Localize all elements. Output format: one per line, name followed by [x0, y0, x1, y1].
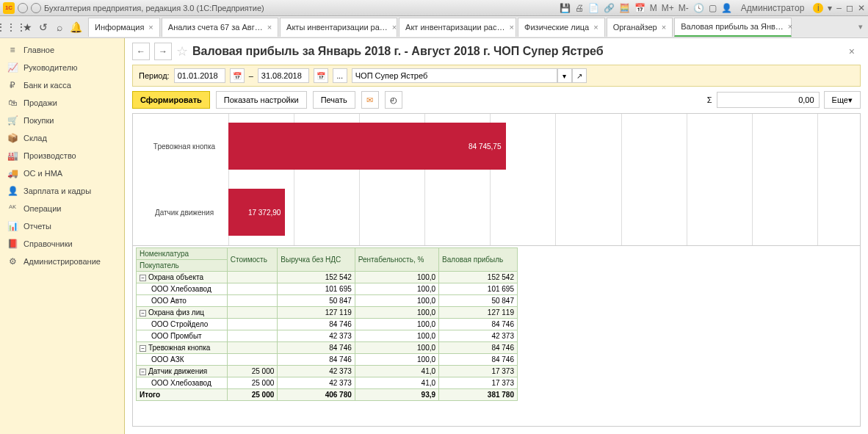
- sidebar-item[interactable]: 👤Зарплата и кадры: [0, 182, 124, 200]
- chart-label-0: Тревожная кнопка: [133, 142, 228, 151]
- print-icon[interactable]: 🖨: [575, 3, 584, 13]
- sidebar-icon: 📕: [7, 239, 18, 249]
- bell-icon[interactable]: 🔔: [68, 19, 84, 35]
- minimize-icon[interactable]: –: [836, 3, 842, 13]
- sidebar-label: Продажи: [23, 98, 57, 107]
- tab[interactable]: Акты инвентаризации ра…×: [280, 18, 397, 37]
- forward-button[interactable]: →: [154, 43, 172, 60]
- dropdown-icon[interactable]: ▾: [828, 3, 832, 13]
- tab-close-icon[interactable]: ×: [662, 23, 666, 32]
- calc-icon[interactable]: 🧮: [619, 3, 630, 13]
- m-plus-icon[interactable]: М+: [662, 3, 674, 13]
- content-area: ← → ☆ Валовая прибыль за Январь 2018 г. …: [125, 38, 868, 434]
- sidebar-item[interactable]: ᴬᴷОперации: [0, 200, 124, 217]
- collapse-icon[interactable]: −: [140, 369, 146, 375]
- favorite-toggle[interactable]: ☆: [176, 43, 188, 59]
- sidebar-item[interactable]: ₽Банк и касса: [0, 76, 124, 94]
- tab[interactable]: Валовая прибыль за Янв…×: [674, 18, 792, 37]
- table-row[interactable]: −Охрана физ лиц127 119100,0127 119: [137, 307, 518, 319]
- tab[interactable]: Органайзер×: [607, 18, 673, 37]
- search-icon[interactable]: ⌕: [51, 19, 68, 35]
- collapse-icon[interactable]: −: [140, 345, 146, 352]
- save-icon[interactable]: 💾: [560, 3, 571, 13]
- table-row[interactable]: −Датчик движения25 00042 37341,017 373: [137, 366, 518, 377]
- org-input[interactable]: [352, 68, 557, 83]
- sidebar-item[interactable]: ≡Главное: [0, 41, 124, 59]
- tab[interactable]: Анализ счета 67 за Авг…×: [162, 18, 278, 37]
- back-button[interactable]: ←: [132, 43, 150, 60]
- form-button[interactable]: Сформировать: [132, 91, 210, 109]
- tab-close-icon[interactable]: ×: [148, 23, 153, 32]
- admin-label[interactable]: Администратор: [737, 3, 809, 13]
- table-row[interactable]: ООО Хлебозавод25 00042 37341,017 373: [137, 377, 518, 389]
- sidebar-item[interactable]: 📈Руководителю: [0, 59, 124, 76]
- table-row[interactable]: −Охрана объекта152 542100,0152 542: [137, 272, 518, 283]
- sidebar-item[interactable]: 📕Справочники: [0, 235, 124, 253]
- sidebar-item[interactable]: 📦Склад: [0, 129, 124, 147]
- tab-close-icon[interactable]: ×: [509, 23, 513, 32]
- collapse-icon[interactable]: −: [140, 310, 146, 317]
- table-row[interactable]: ООО Хлебозавод101 695100,0101 695: [137, 283, 518, 295]
- doc-icon[interactable]: 📄: [588, 3, 599, 13]
- date-from-input[interactable]: [174, 68, 225, 83]
- report-canvas[interactable]: Тревожная кнопка 84 745,75 Датчик движен…: [132, 113, 861, 427]
- sidebar-icon: 🛒: [7, 115, 18, 126]
- table-row[interactable]: ООО Авто50 847100,050 847: [137, 295, 518, 307]
- history-icon[interactable]: ↺: [35, 19, 51, 35]
- tab[interactable]: Информация×: [88, 18, 160, 37]
- table-row[interactable]: Итого25 000406 78093,9381 780: [137, 389, 518, 401]
- sidebar-label: Операции: [23, 204, 61, 213]
- m-icon[interactable]: М: [650, 3, 657, 13]
- nav-back-icon[interactable]: [18, 3, 28, 13]
- page-title: Валовая прибыль за Январь 2018 г. - Авгу…: [192, 45, 604, 58]
- nav-fwd-icon[interactable]: [31, 3, 41, 13]
- sidebar-label: Производство: [23, 151, 76, 160]
- info-icon[interactable]: i: [813, 3, 823, 13]
- th-cost: Стоимость: [227, 248, 277, 272]
- close-icon[interactable]: ✕: [858, 3, 865, 13]
- clock-icon[interactable]: 🕓: [693, 3, 704, 13]
- close-page-button[interactable]: ×: [843, 46, 861, 57]
- sidebar-icon: 🚚: [7, 168, 18, 178]
- org-open-button[interactable]: ↗: [572, 68, 587, 83]
- table-row[interactable]: ООО АЗК84 746100,084 746: [137, 354, 518, 366]
- table-row[interactable]: −Тревожная кнопка84 746100,084 746: [137, 342, 518, 354]
- tab-close-icon[interactable]: ×: [788, 22, 792, 31]
- tab-add-button[interactable]: ▾: [853, 22, 868, 32]
- sidebar-item[interactable]: 🏭Производство: [0, 147, 124, 164]
- date-from-picker[interactable]: 📅: [230, 68, 245, 83]
- print-button[interactable]: Печать: [313, 91, 355, 109]
- star-icon[interactable]: ★: [19, 19, 35, 35]
- m-minus-icon[interactable]: М-: [679, 3, 689, 13]
- collapse-icon[interactable]: −: [140, 275, 146, 281]
- sidebar-item[interactable]: 🚚ОС и НМА: [0, 164, 124, 182]
- date-to-picker[interactable]: 📅: [314, 68, 328, 83]
- sidebar-item[interactable]: 📊Отчеты: [0, 217, 124, 235]
- table-row[interactable]: ООО Промбыт42 373100,042 373: [137, 330, 518, 342]
- panel-icon[interactable]: ▢: [709, 3, 717, 13]
- sidebar-label: Отчеты: [23, 222, 51, 231]
- show-settings-button[interactable]: Показать настройки: [216, 91, 307, 109]
- email-button[interactable]: ✉: [361, 91, 379, 109]
- sidebar-item[interactable]: 🛒Покупки: [0, 112, 124, 129]
- tab[interactable]: Физические лица×: [518, 18, 605, 37]
- sidebar-item[interactable]: 🛍Продажи: [0, 94, 124, 112]
- tab-close-icon[interactable]: ×: [593, 23, 598, 32]
- tab-close-icon[interactable]: ×: [267, 23, 272, 32]
- date-to-input[interactable]: [258, 68, 309, 83]
- tab[interactable]: Акт инвентаризации рас…×: [399, 18, 516, 37]
- link-icon[interactable]: 🔗: [604, 3, 615, 13]
- table-row[interactable]: ООО Стройдело84 746100,084 746: [137, 319, 518, 330]
- apps-icon[interactable]: ⋮⋮⋮: [3, 19, 19, 35]
- more-button[interactable]: Еще ▾: [824, 91, 861, 109]
- maximize-icon[interactable]: ◻: [846, 3, 853, 13]
- org-dropdown-button[interactable]: ▾: [557, 68, 572, 83]
- period-ellipsis-button[interactable]: ...: [333, 68, 347, 83]
- sum-field[interactable]: [717, 92, 820, 108]
- tab-close-icon[interactable]: ×: [392, 23, 397, 32]
- sidebar-icon: 📊: [7, 221, 18, 231]
- export-button[interactable]: ◴: [385, 91, 402, 109]
- calendar-icon[interactable]: 📅: [634, 3, 645, 13]
- period-label: Период:: [139, 71, 170, 80]
- sidebar-item[interactable]: ⚙Администрирование: [0, 253, 124, 270]
